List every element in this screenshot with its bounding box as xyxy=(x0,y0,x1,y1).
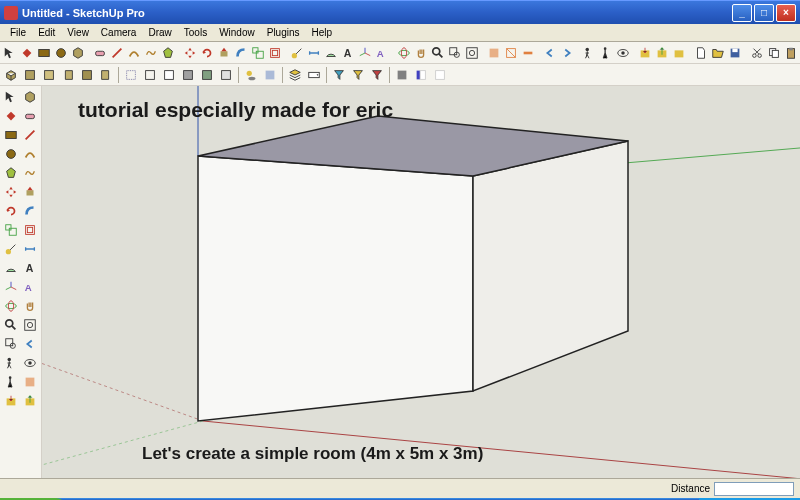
paint-bucket-icon[interactable] xyxy=(19,44,35,62)
filter-options-icon[interactable] xyxy=(368,66,386,84)
zoom-window-icon[interactable] xyxy=(447,44,463,62)
sectionplane-tool-icon[interactable] xyxy=(486,44,502,62)
menu-tools[interactable]: Tools xyxy=(178,25,213,40)
layer-dropdown-icon[interactable] xyxy=(305,66,323,84)
protractor-tool-icon[interactable] xyxy=(323,44,339,62)
new-file-icon[interactable] xyxy=(693,44,709,62)
section-cut-icon[interactable] xyxy=(520,44,536,62)
arc-tool-icon[interactable] xyxy=(126,44,142,62)
paint-bucket-icon[interactable] xyxy=(2,107,20,125)
component-tool-icon[interactable] xyxy=(70,44,86,62)
shadows-toggle-icon[interactable] xyxy=(242,66,260,84)
open-file-icon[interactable] xyxy=(710,44,726,62)
back-view-icon[interactable] xyxy=(78,66,96,84)
menu-plugins[interactable]: Plugins xyxy=(261,25,306,40)
protractor-tool-icon[interactable] xyxy=(2,259,20,277)
followme-tool-icon[interactable] xyxy=(233,44,249,62)
pushpull-tool-icon[interactable] xyxy=(216,44,232,62)
menu-draw[interactable]: Draw xyxy=(142,25,177,40)
left-view-icon[interactable] xyxy=(97,66,115,84)
zoom-extents-icon[interactable] xyxy=(21,316,39,334)
filter-icon[interactable] xyxy=(330,66,348,84)
3dtext-tool-icon[interactable]: A xyxy=(21,278,39,296)
rotate-tool-icon[interactable] xyxy=(199,44,215,62)
select-tool-icon[interactable] xyxy=(2,88,20,106)
move-tool-icon[interactable] xyxy=(2,183,20,201)
menu-camera[interactable]: Camera xyxy=(95,25,143,40)
rotate-tool-icon[interactable] xyxy=(2,202,20,220)
polygon-tool-icon[interactable] xyxy=(160,44,176,62)
top-view-icon[interactable] xyxy=(21,66,39,84)
iso-view-icon[interactable] xyxy=(2,66,20,84)
eraser-tool-icon[interactable] xyxy=(92,44,108,62)
axes-tool-icon[interactable] xyxy=(357,44,373,62)
share-model-icon[interactable] xyxy=(21,392,39,410)
shadow-settings-icon[interactable] xyxy=(261,66,279,84)
shaded-mode-icon[interactable] xyxy=(179,66,197,84)
scale-tool-icon[interactable] xyxy=(2,221,20,239)
zoom-window-icon[interactable] xyxy=(2,335,20,353)
followme-tool-icon[interactable] xyxy=(21,202,39,220)
cut-icon[interactable] xyxy=(749,44,765,62)
polygon-tool-icon[interactable] xyxy=(2,164,20,182)
share-model-icon[interactable] xyxy=(654,44,670,62)
shaded-textures-icon[interactable] xyxy=(198,66,216,84)
freehand-tool-icon[interactable] xyxy=(143,44,159,62)
select-tool-icon[interactable] xyxy=(2,44,18,62)
eraser-tool-icon[interactable] xyxy=(21,107,39,125)
tape-measure-icon[interactable] xyxy=(289,44,305,62)
viewport[interactable]: tutorial especially made for eric Let's … xyxy=(42,86,800,478)
previous-view-icon[interactable] xyxy=(542,44,558,62)
text-tool-icon[interactable]: A xyxy=(340,44,356,62)
circle-tool-icon[interactable] xyxy=(53,44,69,62)
front-view-icon[interactable] xyxy=(40,66,58,84)
3dtext-tool-icon[interactable]: A xyxy=(374,44,390,62)
right-view-icon[interactable] xyxy=(59,66,77,84)
offset-tool-icon[interactable] xyxy=(267,44,283,62)
wireframe-mode-icon[interactable] xyxy=(141,66,159,84)
menu-edit[interactable]: Edit xyxy=(32,25,61,40)
filter-settings-icon[interactable] xyxy=(349,66,367,84)
menu-window[interactable]: Window xyxy=(213,25,261,40)
previous-view-icon[interactable] xyxy=(21,335,39,353)
look-around-icon[interactable] xyxy=(615,44,631,62)
menu-help[interactable]: Help xyxy=(306,25,339,40)
axes-tool-icon[interactable] xyxy=(2,278,20,296)
zoom-extents-icon[interactable] xyxy=(464,44,480,62)
next-view-icon[interactable] xyxy=(559,44,575,62)
dimension-tool-icon[interactable] xyxy=(306,44,322,62)
line-tool-icon[interactable] xyxy=(21,126,39,144)
circle-tool-icon[interactable] xyxy=(2,145,20,163)
color-swatch-3-icon[interactable] xyxy=(431,66,449,84)
component-tool-icon[interactable] xyxy=(21,88,39,106)
walk-tool-icon[interactable] xyxy=(2,373,20,391)
scale-tool-icon[interactable] xyxy=(250,44,266,62)
monochrome-mode-icon[interactable] xyxy=(217,66,235,84)
save-file-icon[interactable] xyxy=(727,44,743,62)
line-tool-icon[interactable] xyxy=(109,44,125,62)
freehand-tool-icon[interactable] xyxy=(21,164,39,182)
layer-manager-icon[interactable] xyxy=(286,66,304,84)
text-tool-icon[interactable]: A xyxy=(21,259,39,277)
arc-tool-icon[interactable] xyxy=(21,145,39,163)
section-display-icon[interactable] xyxy=(503,44,519,62)
pushpull-tool-icon[interactable] xyxy=(21,183,39,201)
dimension-tool-icon[interactable] xyxy=(21,240,39,258)
walk-tool-icon[interactable] xyxy=(598,44,614,62)
minimize-button[interactable]: _ xyxy=(732,4,752,22)
move-tool-icon[interactable] xyxy=(182,44,198,62)
offset-tool-icon[interactable] xyxy=(21,221,39,239)
get-models-icon[interactable] xyxy=(2,392,20,410)
position-camera-icon[interactable] xyxy=(2,354,20,372)
xray-mode-icon[interactable] xyxy=(122,66,140,84)
pan-tool-icon[interactable] xyxy=(21,297,39,315)
maximize-button[interactable]: □ xyxy=(754,4,774,22)
position-camera-icon[interactable] xyxy=(581,44,597,62)
rectangle-tool-icon[interactable] xyxy=(2,126,20,144)
orbit-tool-icon[interactable] xyxy=(396,44,412,62)
hidden-line-mode-icon[interactable] xyxy=(160,66,178,84)
tape-measure-icon[interactable] xyxy=(2,240,20,258)
menu-file[interactable]: File xyxy=(4,25,32,40)
close-button[interactable]: × xyxy=(776,4,796,22)
rectangle-tool-icon[interactable] xyxy=(36,44,52,62)
